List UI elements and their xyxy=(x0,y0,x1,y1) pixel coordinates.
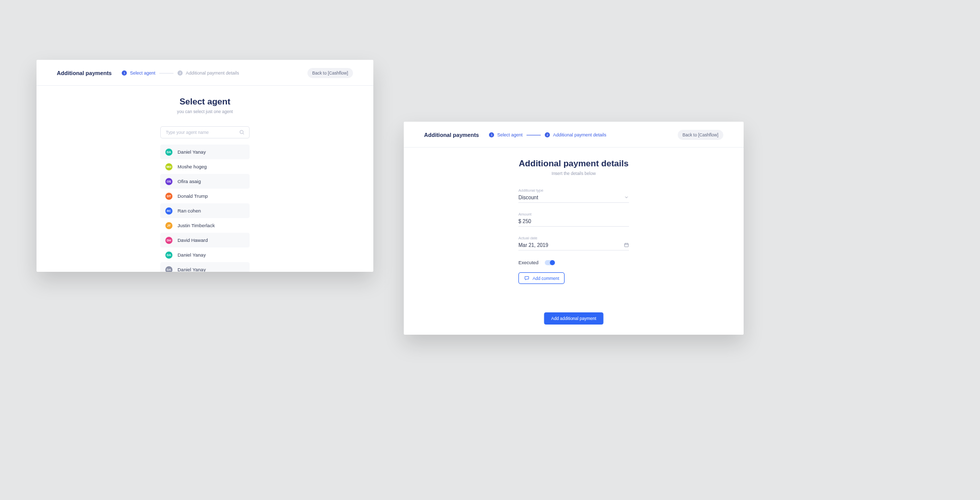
agent-row[interactable]: JTJustin Timberlack xyxy=(160,218,250,233)
agent-search-field[interactable] xyxy=(160,126,250,138)
step-separator xyxy=(527,135,541,135)
svg-line-1 xyxy=(243,133,244,134)
select-agent-window: Additional payments 1 Select agent 2 Add… xyxy=(37,60,373,272)
calendar-icon xyxy=(624,242,629,247)
back-button[interactable]: Back to [Cashflow] xyxy=(307,68,353,78)
field-label: Amount xyxy=(518,212,629,217)
header: Additional payments 1 Select agent 2 Add… xyxy=(404,122,744,148)
page-subtitle: Insert the details below xyxy=(404,171,744,176)
page-subtitle: you can select just one agent xyxy=(37,109,373,114)
submit-button[interactable]: Add additional payment xyxy=(544,312,604,325)
avatar: DA xyxy=(165,149,172,156)
agent-name: Justin Timberlack xyxy=(178,223,215,228)
agent-row[interactable]: MHMoshe hogeg xyxy=(160,159,250,174)
agent-name: Ofira asaig xyxy=(178,178,201,184)
agent-name: Moshe hogeg xyxy=(178,164,207,169)
step-number-icon: 2 xyxy=(545,132,550,137)
agent-list: DADaniel YanayMHMoshe hogegOSOfira asaig… xyxy=(160,145,250,272)
step-number-icon: 1 xyxy=(122,70,127,76)
svg-rect-2 xyxy=(624,243,628,247)
agent-name: Donald Trump xyxy=(178,193,208,199)
additional-type-field[interactable]: Additional type Discount xyxy=(518,188,629,203)
search-input[interactable] xyxy=(166,130,236,135)
step-label: Additional payment details xyxy=(553,132,606,137)
executed-label: Executed xyxy=(518,260,539,265)
stepper: 1 Select agent 2 Additional payment deta… xyxy=(489,132,677,137)
executed-toggle[interactable] xyxy=(545,260,554,265)
step-number-icon: 1 xyxy=(489,132,494,137)
step-select-agent[interactable]: 1 Select agent xyxy=(489,132,522,137)
field-value: Mar 21, 2019 xyxy=(518,242,548,248)
actual-date-field[interactable]: Actual date Mar 21, 2019 xyxy=(518,236,629,251)
step-label: Select agent xyxy=(497,132,522,137)
add-comment-label: Add comment xyxy=(533,276,559,281)
avatar: OS xyxy=(165,178,172,185)
field-value: Discount xyxy=(518,195,538,200)
step-label: Select agent xyxy=(130,70,155,76)
agent-row[interactable]: RCRan cohen xyxy=(160,203,250,218)
agent-name: David Haward xyxy=(178,237,208,243)
amount-field[interactable]: Amount xyxy=(518,212,629,227)
step-separator xyxy=(159,73,173,74)
agent-row[interactable]: DADaniel Yanay xyxy=(160,145,250,159)
avatar: JT xyxy=(165,222,172,229)
toggle-knob xyxy=(550,260,555,265)
comment-icon xyxy=(524,275,530,281)
step-select-agent[interactable]: 1 Select agent xyxy=(122,70,155,76)
field-label: Actual date xyxy=(518,236,629,240)
back-button[interactable]: Back to [Cashflow] xyxy=(678,130,723,140)
page-title: Select agent xyxy=(37,97,373,107)
step-payment-details[interactable]: 2 Additional payment details xyxy=(178,70,239,76)
avatar: DH xyxy=(165,237,172,244)
page-breadcrumb: Additional payments xyxy=(57,70,112,76)
header: Additional payments 1 Select agent 2 Add… xyxy=(37,60,373,86)
agent-row[interactable]: DADaniel Yanay xyxy=(160,262,250,272)
search-icon xyxy=(239,129,245,135)
agent-name: Daniel Yanay xyxy=(178,252,206,258)
avatar: DT xyxy=(165,193,172,200)
payment-details-window: Additional payments 1 Select agent 2 Add… xyxy=(404,122,744,335)
agent-name: Daniel Yanay xyxy=(178,149,206,155)
avatar: DA xyxy=(165,252,172,259)
page-title: Additional payment details xyxy=(404,159,744,169)
field-label: Additional type xyxy=(518,188,629,193)
agent-row[interactable]: DADaniel Yanay xyxy=(160,247,250,262)
add-comment-button[interactable]: Add comment xyxy=(518,272,565,284)
page-breadcrumb: Additional payments xyxy=(424,132,479,138)
agent-row[interactable]: DHDavid Haward xyxy=(160,233,250,247)
executed-row: Executed xyxy=(518,260,629,265)
step-number-icon: 2 xyxy=(178,70,183,76)
step-payment-details[interactable]: 2 Additional payment details xyxy=(545,132,606,137)
agent-row[interactable]: DTDonald Trump xyxy=(160,189,250,203)
step-label: Additional payment details xyxy=(186,70,239,76)
stepper: 1 Select agent 2 Additional payment deta… xyxy=(122,70,307,76)
svg-point-0 xyxy=(240,130,243,134)
agent-name: Daniel Yanay xyxy=(178,267,206,272)
avatar: DA xyxy=(165,266,172,272)
amount-input[interactable] xyxy=(518,219,629,227)
chevron-down-icon xyxy=(624,195,629,200)
avatar: MH xyxy=(165,163,172,170)
payment-form: Additional type Discount Amount Actual d… xyxy=(518,188,629,284)
avatar: RC xyxy=(165,207,172,215)
agent-row[interactable]: OSOfira asaig xyxy=(160,174,250,189)
agent-name: Ran cohen xyxy=(178,208,201,213)
